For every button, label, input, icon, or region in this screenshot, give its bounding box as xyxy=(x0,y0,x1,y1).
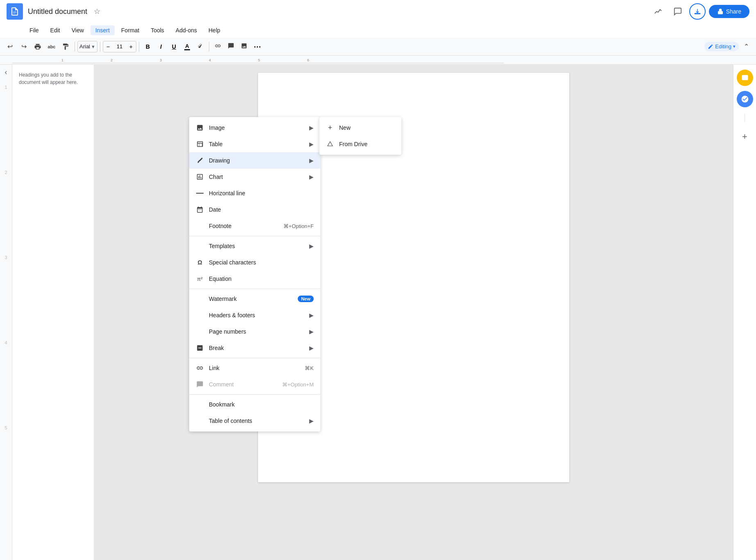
page-numbers-label: Page numbers xyxy=(209,328,304,335)
svg-text:3: 3 xyxy=(160,58,162,62)
insert-comment-toolbar-button[interactable] xyxy=(225,41,237,53)
toolbar: ↩ ↪ abc Arial ▼ − 11 + B I U A xyxy=(0,38,756,56)
watermark-icon xyxy=(196,295,204,303)
font-size-value[interactable]: 11 xyxy=(113,43,126,50)
menu-edit[interactable]: Edit xyxy=(45,25,65,35)
templates-icon xyxy=(196,242,204,250)
menu-view[interactable]: View xyxy=(67,25,89,35)
font-size-decrease-button[interactable]: − xyxy=(103,41,113,52)
svg-text:1: 1 xyxy=(61,58,63,62)
table-label: Table xyxy=(209,141,304,147)
underline-button[interactable]: U xyxy=(168,41,180,53)
menu-format[interactable]: Format xyxy=(116,25,144,35)
table-of-contents-icon xyxy=(196,417,204,425)
menu-addons[interactable]: Add-ons xyxy=(171,25,202,35)
footnote-shortcut: ⌘+Option+F xyxy=(283,223,314,229)
undo-button[interactable]: ↩ xyxy=(3,40,16,53)
app-icon xyxy=(7,3,23,20)
link-icon xyxy=(196,364,204,372)
equation-icon: π² xyxy=(196,275,204,283)
menu-file[interactable]: File xyxy=(25,25,44,35)
insert-image-option[interactable]: Image ▶ xyxy=(189,120,320,136)
title-bar: Untitled document ☆ Share xyxy=(0,0,756,23)
watermark-new-badge: New xyxy=(298,296,314,302)
insert-table-of-contents-option[interactable]: Table of contents ▶ xyxy=(189,413,320,429)
insert-chart-option[interactable]: Chart ▶ xyxy=(189,169,320,185)
insert-break-option[interactable]: Break ▶ xyxy=(189,340,320,356)
star-icon[interactable]: ☆ xyxy=(94,7,100,16)
insert-footnote-option[interactable]: Footnote ⌘+Option+F xyxy=(189,218,320,234)
horizontal-line-icon xyxy=(196,189,204,197)
google-tasks-icon[interactable] xyxy=(737,91,753,107)
redo-button[interactable]: ↪ xyxy=(17,40,30,53)
collapse-toolbar-button[interactable]: ⌃ xyxy=(740,40,753,53)
google-keep-icon[interactable] xyxy=(737,70,753,86)
editing-chevron-icon: ▾ xyxy=(733,44,736,49)
insert-date-option[interactable]: Date xyxy=(189,201,320,218)
comment-shortcut: ⌘+Option+M xyxy=(282,382,314,388)
paint-format-button[interactable] xyxy=(59,40,72,53)
watermark-label: Watermark xyxy=(209,296,293,302)
image-label: Image xyxy=(209,124,304,131)
table-arrow-icon: ▶ xyxy=(309,141,314,147)
add-sidebar-item-button[interactable]: + xyxy=(737,129,753,145)
menu-bar: File Edit View Insert Format Tools Add-o… xyxy=(0,23,756,38)
menu-help[interactable]: Help xyxy=(204,25,225,35)
insert-special-chars-option[interactable]: Ω Special characters xyxy=(189,254,320,271)
special-chars-icon: Ω xyxy=(196,258,204,266)
ruler: 1 2 3 4 5 6 xyxy=(0,56,756,65)
share-button[interactable]: Share xyxy=(709,5,749,18)
insert-link-option[interactable]: Link ⌘K xyxy=(189,360,320,376)
print-button[interactable] xyxy=(31,40,44,53)
outline-toggle-button[interactable]: ‹ xyxy=(5,68,7,77)
drawing-arrow-icon: ▶ xyxy=(309,157,314,164)
insert-templates-option[interactable]: Templates ▶ xyxy=(189,238,320,254)
drawing-label: Drawing xyxy=(209,157,304,164)
insert-table-option[interactable]: Table ▶ xyxy=(189,136,320,152)
drawing-new-icon: + xyxy=(326,124,334,132)
chart-arrow-icon: ▶ xyxy=(309,174,314,180)
insert-equation-option[interactable]: π² Equation xyxy=(189,271,320,287)
insert-headers-footers-option[interactable]: Headers & footers ▶ xyxy=(189,307,320,323)
text-color-button[interactable]: A xyxy=(181,41,193,53)
drawing-new-option[interactable]: + New xyxy=(319,120,401,136)
highlight-button[interactable] xyxy=(194,41,206,53)
insert-drawing-option[interactable]: Drawing ▶ xyxy=(189,152,320,169)
comment-button[interactable] xyxy=(670,3,686,20)
doc-area[interactable]: Image ▶ Table ▶ Dr xyxy=(94,65,733,560)
table-icon xyxy=(196,140,204,148)
special-chars-label: Special characters xyxy=(209,259,314,266)
table-of-contents-label: Table of contents xyxy=(209,418,304,424)
activity-dashboard-button[interactable] xyxy=(650,3,666,20)
right-sidebar: + xyxy=(733,65,756,560)
insert-horizontal-line-option[interactable]: Horizontal line xyxy=(189,185,320,201)
link-shortcut: ⌘K xyxy=(305,365,314,371)
save-to-drive-button[interactable] xyxy=(689,3,706,20)
bold-button[interactable]: B xyxy=(142,41,154,53)
table-of-contents-arrow-icon: ▶ xyxy=(309,418,314,424)
svg-text:5: 5 xyxy=(258,58,260,62)
insert-image-toolbar-button[interactable] xyxy=(238,41,250,53)
drawing-from-drive-label: From Drive xyxy=(339,141,367,147)
font-name-selector[interactable]: Arial ▼ xyxy=(77,41,97,52)
link-button[interactable] xyxy=(212,41,224,53)
footnote-icon xyxy=(196,222,204,230)
spell-check-button[interactable]: abc xyxy=(45,40,58,53)
svg-text:4: 4 xyxy=(209,58,211,62)
font-size-increase-button[interactable]: + xyxy=(126,41,136,52)
outline-panel: Headings you add to the document will ap… xyxy=(12,65,94,560)
more-options-button[interactable]: ⋯ xyxy=(251,41,263,53)
menu-insert[interactable]: Insert xyxy=(91,25,115,35)
drawing-from-drive-option[interactable]: From Drive xyxy=(319,136,401,152)
menu-tools[interactable]: Tools xyxy=(146,25,169,35)
insert-page-numbers-option[interactable]: Page numbers ▶ xyxy=(189,323,320,340)
italic-button[interactable]: I xyxy=(155,41,167,53)
footnote-label: Footnote xyxy=(209,223,278,229)
insert-bookmark-option[interactable]: Bookmark xyxy=(189,396,320,413)
insert-watermark-option[interactable]: Watermark New xyxy=(189,291,320,307)
bookmark-label: Bookmark xyxy=(209,401,314,408)
svg-text:6: 6 xyxy=(307,58,309,62)
editing-mode-button[interactable]: Editing ▾ xyxy=(704,42,739,51)
headers-footers-arrow-icon: ▶ xyxy=(309,312,314,318)
share-label: Share xyxy=(726,8,741,15)
